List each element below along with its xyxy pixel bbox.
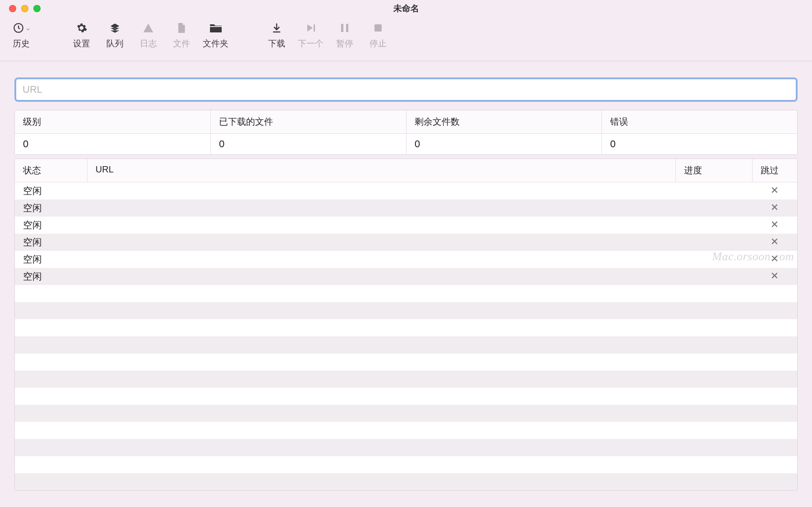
col-status[interactable]: 状态 — [15, 159, 87, 182]
downloads-table: 状态 URL 进度 跳过 空闲空闲空闲空闲空闲空闲 — [14, 158, 798, 491]
table-row[interactable] — [15, 388, 797, 405]
stat-value-errors: 0 — [602, 134, 797, 154]
cell-skip[interactable] — [752, 220, 797, 231]
stats-panel: 级别 已下载的文件 剩余文件数 错误 0 0 0 0 — [14, 110, 798, 155]
history-label: 历史 — [13, 38, 30, 50]
window-title: 未命名 — [393, 3, 419, 14]
chevron-down-icon: ⌵ — [26, 24, 30, 32]
stat-header-level: 级别 — [15, 110, 210, 134]
table-row[interactable] — [15, 319, 797, 336]
folder-button[interactable]: 文件夹 — [203, 22, 228, 50]
cell-status: 空闲 — [15, 185, 87, 197]
cell-skip[interactable] — [752, 203, 797, 213]
stop-label: 停止 — [370, 38, 387, 50]
table-row[interactable]: 空闲 — [15, 268, 797, 285]
cell-skip[interactable] — [752, 254, 797, 265]
url-input[interactable] — [16, 79, 796, 100]
table-row[interactable] — [15, 353, 797, 371]
table-row[interactable] — [15, 456, 797, 473]
next-icon — [306, 22, 316, 34]
table-row[interactable]: 空闲 — [15, 217, 797, 234]
file-button: 文件 — [169, 22, 194, 50]
close-icon[interactable] — [771, 237, 779, 248]
pause-label: 暂停 — [336, 38, 353, 50]
settings-button[interactable]: 设置 — [69, 22, 94, 50]
settings-label: 设置 — [73, 38, 90, 50]
minimize-window-button[interactable] — [21, 5, 28, 12]
table-body: 空闲空闲空闲空闲空闲空闲 — [15, 182, 797, 490]
table-row[interactable]: 空闲 — [15, 251, 797, 268]
svg-rect-1 — [210, 26, 222, 27]
table-row[interactable] — [15, 336, 797, 353]
stats-header-row: 级别 已下载的文件 剩余文件数 错误 — [15, 110, 797, 134]
close-icon[interactable] — [771, 220, 779, 231]
cell-status: 空闲 — [15, 219, 87, 231]
pause-icon — [340, 22, 349, 34]
table-row[interactable] — [15, 473, 797, 490]
close-icon[interactable] — [771, 186, 779, 196]
table-row[interactable]: 空闲 — [15, 199, 797, 217]
cell-skip[interactable] — [752, 237, 797, 248]
toolbar: ⌵ 历史 设置 队列 日志 — [0, 17, 812, 61]
table-row[interactable] — [15, 422, 797, 439]
stat-header-errors: 错误 — [602, 110, 797, 134]
stats-value-row: 0 0 0 0 — [15, 134, 797, 154]
titlebar: 未命名 — [0, 0, 812, 17]
layers-icon — [109, 22, 121, 34]
cell-status: 空闲 — [15, 253, 87, 266]
download-icon — [271, 22, 282, 34]
file-icon — [177, 22, 187, 34]
table-row[interactable] — [15, 302, 797, 319]
table-row[interactable]: 空闲 — [15, 234, 797, 251]
table-row[interactable] — [15, 439, 797, 456]
table-row[interactable]: 空闲 — [15, 182, 797, 199]
stat-header-remaining: 剩余文件数 — [406, 110, 602, 134]
cell-status: 空闲 — [15, 202, 87, 214]
log-button: 日志 — [136, 22, 160, 50]
content-area: 级别 已下载的文件 剩余文件数 错误 0 0 0 0 状态 URL 进度 跳过 … — [0, 61, 812, 502]
next-button: 下一个 — [298, 22, 324, 50]
svg-rect-2 — [341, 24, 343, 32]
cell-status: 空闲 — [15, 236, 87, 249]
queue-button[interactable]: 队列 — [103, 22, 127, 50]
folder-label: 文件夹 — [203, 38, 228, 50]
traffic-lights — [9, 0, 41, 17]
clock-icon: ⌵ — [13, 22, 30, 34]
app-window: 未命名 ⌵ 历史 设置 队列 — [0, 0, 812, 507]
table-row[interactable] — [15, 405, 797, 422]
folder-icon — [209, 22, 223, 34]
stat-value-remaining: 0 — [406, 134, 602, 154]
svg-rect-3 — [346, 24, 348, 32]
queue-label: 队列 — [106, 38, 123, 50]
next-label: 下一个 — [298, 38, 324, 50]
close-icon[interactable] — [771, 271, 779, 282]
zoom-window-button[interactable] — [33, 5, 41, 12]
svg-rect-4 — [374, 24, 382, 32]
close-icon[interactable] — [771, 254, 779, 265]
log-label: 日志 — [140, 38, 157, 50]
close-icon[interactable] — [771, 203, 779, 213]
stat-value-level: 0 — [15, 134, 210, 154]
download-label: 下载 — [268, 38, 285, 50]
close-window-button[interactable] — [9, 5, 16, 12]
pause-button: 暂停 — [333, 22, 357, 50]
cell-status: 空闲 — [15, 270, 87, 283]
url-field-wrap — [14, 77, 798, 102]
gear-icon — [76, 22, 87, 34]
table-row[interactable] — [15, 285, 797, 302]
stat-header-downloaded: 已下载的文件 — [210, 110, 406, 134]
cell-skip[interactable] — [752, 271, 797, 282]
table-row[interactable] — [15, 371, 797, 388]
history-button[interactable]: ⌵ 历史 — [9, 22, 33, 50]
col-skip[interactable]: 跳过 — [752, 159, 797, 182]
file-label: 文件 — [173, 38, 190, 50]
table-header: 状态 URL 进度 跳过 — [15, 159, 797, 182]
cell-skip[interactable] — [752, 186, 797, 196]
stop-icon — [374, 22, 383, 34]
warning-icon — [142, 22, 154, 34]
stop-button: 停止 — [366, 22, 390, 50]
download-button[interactable]: 下载 — [265, 22, 289, 50]
col-progress[interactable]: 进度 — [675, 159, 752, 182]
stat-value-downloaded: 0 — [210, 134, 406, 154]
col-url[interactable]: URL — [87, 159, 675, 182]
